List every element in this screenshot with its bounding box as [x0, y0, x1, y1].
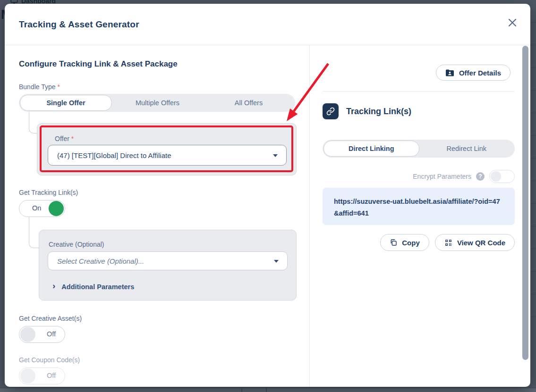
get-tracking-links-toggle[interactable]: On — [19, 200, 65, 217]
modal-title: Tracking & Asset Generator — [19, 19, 139, 30]
tab-direct-linking[interactable]: Direct Linking — [323, 141, 419, 157]
tracking-asset-generator-modal: Tracking & Asset Generator Configure Tra… — [5, 4, 530, 387]
offer-label: Offer * — [55, 135, 74, 142]
toggle-knob — [20, 327, 35, 342]
right-divider — [323, 91, 515, 92]
creative-label: Creative (Optional) — [49, 241, 104, 248]
tracking-url-box: https://suzuverse-uat.bluebelt.asia/affi… — [323, 188, 515, 225]
get-coupon-codes-label: Get Coupon Code(s) — [19, 356, 80, 364]
connector-bundle-to-offer — [29, 112, 37, 133]
creative-card: Creative (Optional) Select Creative (Opt… — [39, 230, 297, 300]
close-icon — [507, 17, 518, 28]
view-qr-code-button[interactable]: View QR Code — [435, 234, 515, 251]
toggle-knob — [20, 368, 35, 384]
offer-details-button[interactable]: Offer Details — [436, 65, 510, 81]
background-table-edge — [0, 388, 536, 392]
toggle-knob — [49, 201, 64, 216]
creative-select-placeholder: Select Creative (Optional)... — [57, 257, 144, 265]
close-button[interactable] — [506, 17, 519, 29]
help-question-icon[interactable]: ? — [476, 172, 485, 181]
link-actions-row: Copy View QR Code — [380, 234, 515, 251]
offer-folder-icon — [445, 69, 454, 77]
connector-toggle-to-creative — [29, 217, 39, 248]
page: Dashboard M Tracking & Asset Generator C… — [0, 0, 536, 392]
offer-select[interactable]: (47) [TEST][Global] Direct to Affiliate — [48, 145, 287, 166]
qr-code-icon — [444, 239, 452, 247]
tab-multiple-offers[interactable]: Multiple Offers — [112, 95, 203, 111]
toggle-state-label: Off — [47, 330, 56, 338]
toggle-state-label: Off — [47, 372, 56, 379]
encrypt-parameters-label: Encrypt Parameters — [413, 173, 471, 180]
background-right-strip — [530, 0, 536, 392]
offer-select-value: (47) [TEST][Global] Direct to Affiliate — [57, 151, 171, 159]
bundle-type-tabs: Single Offer Multiple Offers All Offers — [19, 94, 295, 112]
tab-all-offers[interactable]: All Offers — [203, 95, 294, 111]
additional-parameters-label: Additional Parameters — [61, 283, 134, 291]
creative-select[interactable]: Select Creative (Optional)... — [48, 251, 288, 270]
caret-down-icon — [273, 154, 278, 157]
get-coupon-codes-toggle[interactable]: Off — [19, 367, 65, 384]
chevron-right-icon: › — [52, 281, 55, 290]
tracking-links-heading: Tracking Link(s) — [346, 107, 411, 117]
configure-heading: Configure Tracking Link & Asset Package — [19, 59, 178, 69]
column-divider — [309, 45, 310, 387]
tracking-links-heading-row: Tracking Link(s) — [323, 103, 411, 119]
get-creative-assets-toggle[interactable]: Off — [19, 326, 65, 343]
tab-redirect-link[interactable]: Redirect Link — [419, 141, 514, 157]
copy-button[interactable]: Copy — [380, 234, 429, 251]
caret-down-icon — [274, 260, 279, 263]
encrypt-parameters-row: Encrypt Parameters ? — [413, 170, 515, 183]
link-type-tabs: Direct Linking Redirect Link — [323, 140, 515, 158]
offer-card: Offer * (47) [TEST][Global] Direct to Af… — [37, 123, 297, 175]
header-divider — [5, 45, 530, 45]
toggle-state-label: On — [32, 204, 41, 212]
bundle-type-label: Bundle Type * — [19, 83, 60, 91]
toggle-knob — [491, 171, 501, 182]
link-icon — [323, 103, 339, 119]
additional-parameters-expander[interactable]: › Additional Parameters — [52, 282, 134, 291]
modal-scrollbar-thumb[interactable] — [522, 46, 528, 360]
get-tracking-links-label: Get Tracking Link(s) — [19, 189, 78, 196]
encrypt-parameters-toggle[interactable] — [489, 170, 515, 183]
copy-icon — [390, 239, 397, 246]
get-creative-assets-label: Get Creative Asset(s) — [19, 315, 82, 322]
tab-single-offer[interactable]: Single Offer — [20, 95, 112, 111]
